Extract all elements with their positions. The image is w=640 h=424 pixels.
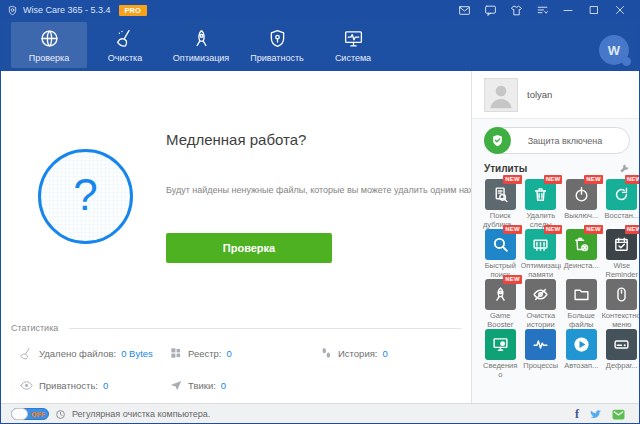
stat-privacy: Приватность: 0 bbox=[19, 378, 108, 393]
rocket-icon: NEW bbox=[485, 279, 516, 310]
utility-label: Восстан... bbox=[602, 212, 640, 221]
feedback-button[interactable] bbox=[477, 1, 503, 19]
rocket-icon bbox=[191, 28, 212, 49]
utility-label: Дефраг... bbox=[602, 362, 640, 371]
duplicate-finder-icon: NEW bbox=[485, 179, 516, 210]
system-monitor-icon bbox=[343, 28, 364, 49]
username: tolyan bbox=[527, 89, 552, 100]
tab-label: Проверка bbox=[29, 53, 69, 63]
play-circle-icon bbox=[566, 329, 597, 360]
stat-deleted-files: Удалено файлов: 0 Bytes bbox=[19, 346, 153, 361]
footprints-icon bbox=[319, 346, 333, 360]
minimize-button[interactable] bbox=[555, 1, 581, 19]
scan-description: Будут найдены ненужные файлы, которые вы… bbox=[166, 185, 503, 195]
menu-list-icon bbox=[536, 4, 549, 17]
pro-badge: PRO bbox=[119, 5, 147, 16]
facebook-icon[interactable]: f bbox=[575, 407, 579, 422]
utility-uninstaller[interactable]: NEW Деинста... bbox=[561, 229, 602, 279]
utility-label: Game Booster bbox=[480, 312, 521, 329]
utility-wise-reminder[interactable]: NEW Wise Reminder bbox=[602, 229, 640, 279]
stat-registry: Реестр: 0 bbox=[169, 346, 232, 360]
shield-lock-icon bbox=[267, 28, 288, 49]
stat-history: История: 0 bbox=[319, 346, 388, 360]
schedule-label: Регулярная очистка компьютера. bbox=[72, 409, 210, 419]
tab-privacy[interactable]: Приватность bbox=[239, 22, 315, 68]
tshirt-icon bbox=[510, 4, 523, 17]
utility-memory-optimizer[interactable]: NEW Оптимизация памяти bbox=[521, 229, 562, 279]
divider bbox=[69, 328, 461, 329]
utilities-grid: NEW Поиск дублика... NEW Удалить следы N… bbox=[480, 179, 640, 379]
new-badge: NEW bbox=[503, 175, 522, 184]
new-badge: NEW bbox=[503, 225, 522, 234]
utility-label: Контекстное меню bbox=[602, 312, 640, 329]
utility-quick-search[interactable]: NEW Быстрый поиск bbox=[480, 229, 521, 279]
envelope-icon bbox=[458, 4, 471, 17]
question-mark: ? bbox=[73, 173, 97, 217]
scheduled-clean-toggle[interactable]: OFF bbox=[11, 408, 49, 420]
main-panel: ? Медленная работа? Будут найдены ненужн… bbox=[1, 71, 471, 403]
schedule-clock-icon bbox=[55, 409, 66, 420]
checkup-button[interactable]: Проверка bbox=[166, 233, 332, 263]
utility-label: Выключ... bbox=[561, 212, 602, 221]
utility-label: Очистка истории bbox=[521, 312, 562, 329]
utility-label: Wise Reminder bbox=[602, 262, 640, 279]
sidebar: tolyan Защита включена Утилиты NEW Поиск… bbox=[471, 71, 640, 403]
utility-duplicate-finder[interactable]: NEW Поиск дублика... bbox=[480, 179, 521, 229]
broom-icon bbox=[115, 28, 136, 49]
user-account[interactable]: tolyan bbox=[472, 71, 640, 119]
tab-optimization[interactable]: Оптимизация bbox=[163, 22, 239, 68]
new-badge: NEW bbox=[503, 275, 522, 284]
utility-label: Оптимизация памяти bbox=[521, 262, 562, 279]
new-badge: NEW bbox=[584, 175, 603, 184]
wise-care-365-window: { "window": { "title": "Wise Care 365 - … bbox=[0, 0, 640, 424]
utility-label: Сведения о bbox=[480, 362, 521, 379]
wrench-icon[interactable] bbox=[619, 163, 630, 174]
toggle-knob bbox=[11, 408, 28, 420]
new-badge: NEW bbox=[584, 225, 603, 234]
utility-label: Деинста... bbox=[561, 262, 602, 271]
utility-label: Автозап... bbox=[561, 362, 602, 371]
mouse-icon bbox=[606, 279, 637, 310]
messages-button[interactable] bbox=[451, 1, 477, 19]
menu-button[interactable] bbox=[529, 1, 555, 19]
utility-system-restore[interactable]: NEW Восстан... bbox=[602, 179, 640, 229]
chat-bubble-icon bbox=[484, 4, 497, 17]
utility-processes[interactable]: Процессы bbox=[521, 329, 562, 379]
mail-icon[interactable] bbox=[612, 409, 625, 420]
utility-defrag[interactable]: Дефраг... bbox=[602, 329, 640, 379]
utility-tracks-eraser[interactable]: NEW Удалить следы bbox=[521, 179, 562, 229]
wisecare-assistant-bubble[interactable]: W bbox=[599, 35, 629, 65]
close-button[interactable] bbox=[607, 1, 633, 19]
protection-status-button[interactable]: Защита включена bbox=[484, 127, 630, 154]
stat-tweaks: Твики: 0 bbox=[169, 378, 226, 392]
pulse-icon bbox=[525, 329, 556, 360]
scan-question-circle[interactable]: ? bbox=[38, 149, 133, 244]
page-title: Медленная работа? bbox=[166, 131, 306, 148]
utility-history-cleaner[interactable]: Очистка истории bbox=[521, 279, 562, 329]
utilities-title: Утилиты bbox=[484, 163, 527, 174]
tab-cleaner[interactable]: Очистка bbox=[87, 22, 163, 68]
trash-icon: NEW bbox=[525, 179, 556, 210]
utility-system-info[interactable]: Сведения о bbox=[480, 329, 521, 379]
maximize-button[interactable] bbox=[581, 1, 607, 19]
tab-checkup[interactable]: Проверка bbox=[11, 22, 87, 68]
twitter-icon[interactable] bbox=[589, 409, 602, 420]
skin-button[interactable] bbox=[503, 1, 529, 19]
tab-system[interactable]: Система bbox=[315, 22, 391, 68]
utility-context-menu[interactable]: Контекстное меню bbox=[602, 279, 640, 329]
memory-chip-icon: NEW bbox=[525, 229, 556, 260]
utility-autorun[interactable]: Автозап... bbox=[561, 329, 602, 379]
paper-plane-icon bbox=[169, 378, 183, 392]
utility-game-booster[interactable]: NEW Game Booster bbox=[480, 279, 521, 329]
protection-label: Защита включена bbox=[511, 136, 629, 146]
uninstall-trash-icon: NEW bbox=[566, 229, 597, 260]
tab-label: Система bbox=[335, 53, 371, 63]
new-badge: NEW bbox=[625, 175, 640, 184]
utility-auto-shutdown[interactable]: NEW Выключ... bbox=[561, 179, 602, 229]
eye-slash-icon bbox=[525, 279, 556, 310]
calendar-check-icon: NEW bbox=[606, 229, 637, 260]
utility-label: Процессы bbox=[521, 362, 562, 371]
utility-more-files[interactable]: Больше файлы bbox=[561, 279, 602, 329]
power-icon: NEW bbox=[566, 179, 597, 210]
magnifier-icon: NEW bbox=[485, 229, 516, 260]
